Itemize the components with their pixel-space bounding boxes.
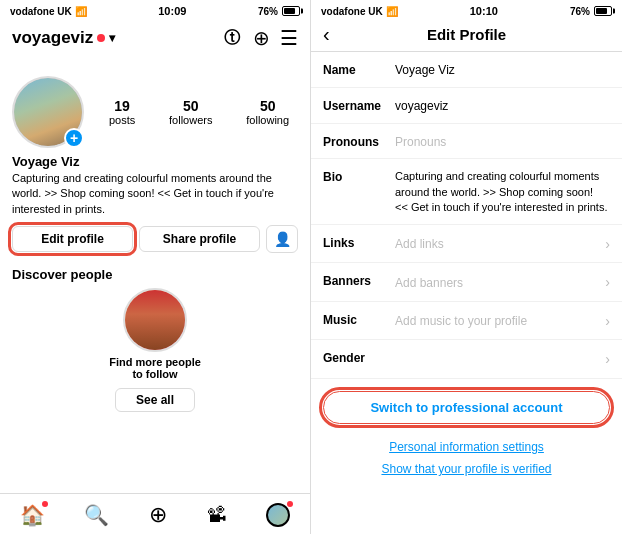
profile-name: Voyage Viz [12,154,298,169]
profile-bio: Capturing and creating colourful moments… [12,171,298,217]
time-left: 10:09 [158,5,186,17]
banners-label: Banners [323,273,383,288]
carrier-right: vodafone UK [321,6,383,17]
switch-professional-button[interactable]: Switch to professional account [323,391,610,424]
stats-row: 19 posts 50 followers 50 following [100,98,298,126]
username-header: voyageviz ▾ [12,28,115,48]
see-all-button[interactable]: See all [115,388,195,412]
banners-value[interactable]: Add banners › [395,273,610,293]
field-banners[interactable]: Banners Add banners › [311,263,622,302]
bio-value[interactable]: Capturing and creating colourful moments… [395,169,610,215]
discover-avatar-image [125,290,185,350]
edit-scroll-area: Name Voyage Viz Username voyageviz Prono… [311,52,622,534]
reels-icon: 📽 [207,504,227,527]
field-name[interactable]: Name Voyage Viz [311,52,622,88]
discover-avatar [123,288,187,352]
back-button[interactable]: ‹ [323,23,330,46]
following-label: following [246,114,289,126]
discover-person-button[interactable]: 👤 [266,225,298,253]
add-post-icon: ⊕ [149,502,167,528]
music-chevron-icon: › [605,312,610,332]
share-profile-button[interactable]: Share profile [139,226,260,252]
links-label: Links [323,235,383,250]
gender-chevron-icon: › [605,350,610,370]
pronouns-label: Pronouns [323,134,383,149]
home-icon: 🏠 [20,503,45,527]
discover-title: Discover people [12,267,298,282]
status-right-left: 76% [258,6,300,17]
links-placeholder: Add links [395,236,444,253]
nav-profile-avatar [266,503,290,527]
stat-following: 50 following [246,98,289,126]
profile-section: Note... + 19 posts 50 followers 50 [0,56,310,261]
nav-search[interactable]: 🔍 [84,503,109,527]
time-right: 10:10 [470,5,498,17]
verified-dot [97,34,105,42]
avatar-add-button[interactable]: + [64,128,84,148]
profile-row: + 19 posts 50 followers 50 following [12,76,298,148]
battery-icon-left [282,6,300,16]
nav-add[interactable]: ⊕ [149,502,167,528]
discover-person: Find more peopleto follow See all [12,288,298,412]
wifi-icon-right: 📶 [386,6,398,17]
status-bar-left: vodafone UK 📶 10:09 76% [0,0,310,22]
bottom-nav: 🏠 🔍 ⊕ 📽 [0,493,310,534]
nav-home[interactable]: 🏠 [20,503,45,527]
header-username: voyageviz [12,28,93,48]
banners-chevron-icon: › [605,273,610,293]
home-notification-dot [42,501,48,507]
wifi-icon: 📶 [75,6,87,17]
following-count: 50 [260,98,276,114]
status-indicators-right: 76% [570,6,612,17]
profile-notification-dot [287,501,293,507]
music-label: Music [323,312,383,327]
username-label: Username [323,98,383,113]
right-panel: vodafone UK 📶 10:10 76% ‹ Edit Profile N… [311,0,622,534]
field-username[interactable]: Username voyageviz [311,88,622,124]
username-value[interactable]: voyageviz [395,98,610,115]
menu-icon[interactable]: ☰ [280,26,298,50]
battery-left: 76% [258,6,278,17]
discover-section: Discover people Find more peopleto follo… [0,261,310,416]
stat-posts: 19 posts [109,98,135,126]
status-right-carrier: vodafone UK 📶 [321,6,398,17]
right-header: ‹ Edit Profile [311,22,622,52]
dropdown-icon[interactable]: ▾ [109,31,115,45]
battery-right: 76% [570,6,590,17]
battery-icon-right [594,6,612,16]
field-bio[interactable]: Bio Capturing and creating colourful mom… [311,159,622,224]
name-value[interactable]: Voyage Viz [395,62,610,79]
pronouns-value[interactable]: Pronouns [395,134,610,151]
music-value[interactable]: Add music to your profile › [395,312,610,332]
field-gender[interactable]: Gender › [311,340,622,379]
field-pronouns[interactable]: Pronouns Pronouns [311,124,622,160]
field-links[interactable]: Links Add links › [311,225,622,264]
field-music[interactable]: Music Add music to your profile › [311,302,622,341]
stat-followers: 50 followers [169,98,212,126]
music-placeholder: Add music to your profile [395,313,527,330]
links-value[interactable]: Add links › [395,235,610,255]
left-header: voyageviz ▾ ⓣ ⊕ ☰ [0,22,310,56]
name-label: Name [323,62,383,77]
nav-profile[interactable] [266,503,290,527]
left-panel: vodafone UK 📶 10:09 76% voyageviz ▾ ⓣ ⊕ … [0,0,311,534]
posts-count: 19 [114,98,130,114]
personal-info-link[interactable]: Personal information settings [311,436,622,458]
carrier-left: vodafone UK [10,6,72,17]
edit-profile-button[interactable]: Edit profile [12,226,133,252]
add-icon[interactable]: ⊕ [253,26,270,50]
header-icons: ⓣ ⊕ ☰ [221,26,298,50]
edit-profile-title: Edit Profile [427,26,506,43]
status-bar-right: vodafone UK 📶 10:10 76% [311,0,622,22]
followers-count: 50 [183,98,199,114]
profile-buttons: Edit profile Share profile 👤 [12,225,298,253]
avatar-wrap: + [12,76,84,148]
verified-link[interactable]: Show that your profile is verified [311,458,622,484]
banners-placeholder: Add banners [395,275,463,292]
threads-icon[interactable]: ⓣ [221,27,243,49]
nav-reels[interactable]: 📽 [207,504,227,527]
gender-label: Gender [323,350,383,365]
gender-value[interactable]: › [395,350,610,370]
discover-person-label: Find more peopleto follow [109,356,201,380]
links-chevron-icon: › [605,235,610,255]
